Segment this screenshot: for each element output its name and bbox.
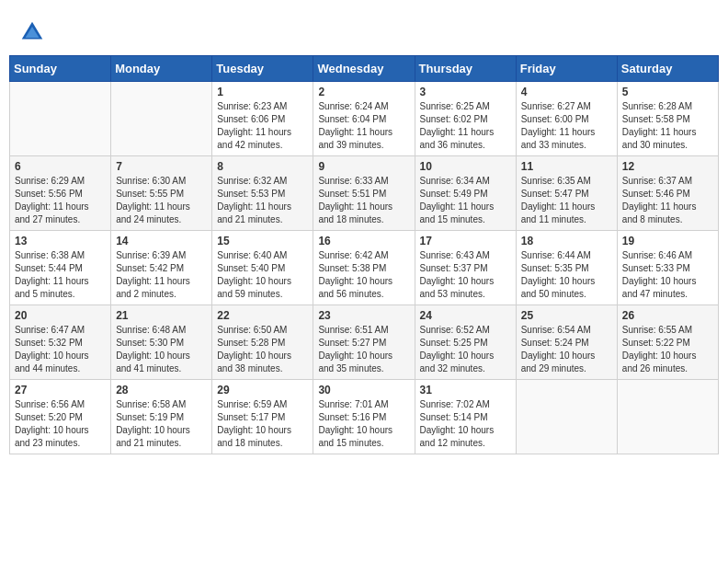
day-number: 15 [217, 235, 308, 247]
day-info: Sunrise: 6:47 AM Sunset: 5:32 PM Dayligh… [15, 324, 106, 375]
day-number: 21 [116, 309, 207, 322]
day-info: Sunrise: 6:58 AM Sunset: 5:19 PM Dayligh… [116, 398, 207, 450]
day-number: 24 [420, 309, 511, 322]
day-info: Sunrise: 7:02 AM Sunset: 5:14 PM Dayligh… [420, 398, 511, 450]
calendar-body: 1Sunrise: 6:23 AM Sunset: 6:06 PM Daylig… [10, 82, 719, 454]
calendar-cell: 26Sunrise: 6:55 AM Sunset: 5:22 PM Dayli… [617, 305, 718, 380]
day-info: Sunrise: 6:38 AM Sunset: 5:44 PM Dayligh… [15, 249, 106, 301]
day-number: 30 [318, 384, 409, 396]
weekday-header-row: SundayMondayTuesdayWednesdayThursdayFrid… [10, 56, 719, 82]
day-info: Sunrise: 6:25 AM Sunset: 6:02 PM Dayligh… [420, 100, 511, 152]
day-number: 18 [521, 235, 612, 247]
calendar-table: SundayMondayTuesdayWednesdayThursdayFrid… [9, 55, 719, 454]
day-info: Sunrise: 6:24 AM Sunset: 6:04 PM Dayligh… [318, 100, 409, 152]
calendar-cell: 12Sunrise: 6:37 AM Sunset: 5:46 PM Dayli… [617, 156, 718, 231]
day-number: 28 [116, 384, 207, 396]
day-info: Sunrise: 6:37 AM Sunset: 5:46 PM Dayligh… [622, 175, 713, 226]
calendar-cell: 2Sunrise: 6:24 AM Sunset: 6:04 PM Daylig… [313, 82, 415, 156]
day-number: 10 [420, 160, 511, 173]
day-info: Sunrise: 6:28 AM Sunset: 5:58 PM Dayligh… [622, 100, 713, 152]
day-number: 9 [318, 160, 409, 173]
day-number: 17 [420, 235, 511, 247]
calendar-week-2: 6Sunrise: 6:29 AM Sunset: 5:56 PM Daylig… [10, 156, 719, 231]
weekday-friday: Friday [516, 56, 617, 82]
day-number: 16 [318, 235, 409, 247]
day-info: Sunrise: 6:59 AM Sunset: 5:17 PM Dayligh… [217, 398, 308, 450]
day-info: Sunrise: 6:42 AM Sunset: 5:38 PM Dayligh… [318, 249, 409, 301]
calendar-cell [617, 380, 718, 454]
calendar-cell: 25Sunrise: 6:54 AM Sunset: 5:24 PM Dayli… [516, 305, 617, 380]
header [9, 9, 719, 51]
weekday-wednesday: Wednesday [313, 56, 415, 82]
day-number: 31 [420, 384, 511, 396]
calendar-cell: 19Sunrise: 6:46 AM Sunset: 5:33 PM Dayli… [617, 231, 718, 305]
day-number: 3 [420, 86, 511, 98]
day-number: 4 [521, 86, 612, 98]
weekday-sunday: Sunday [10, 56, 111, 82]
day-info: Sunrise: 6:29 AM Sunset: 5:56 PM Dayligh… [15, 175, 106, 226]
day-info: Sunrise: 6:32 AM Sunset: 5:53 PM Dayligh… [217, 175, 308, 226]
day-info: Sunrise: 6:35 AM Sunset: 5:47 PM Dayligh… [521, 175, 612, 226]
day-number: 11 [521, 160, 612, 173]
calendar-week-3: 13Sunrise: 6:38 AM Sunset: 5:44 PM Dayli… [10, 231, 719, 305]
calendar-cell: 20Sunrise: 6:47 AM Sunset: 5:32 PM Dayli… [10, 305, 111, 380]
day-info: Sunrise: 7:01 AM Sunset: 5:16 PM Dayligh… [318, 398, 409, 450]
calendar-cell: 14Sunrise: 6:39 AM Sunset: 5:42 PM Dayli… [111, 231, 212, 305]
day-info: Sunrise: 6:46 AM Sunset: 5:33 PM Dayligh… [622, 249, 713, 301]
weekday-saturday: Saturday [617, 56, 718, 82]
day-number: 26 [622, 309, 713, 322]
calendar-cell: 1Sunrise: 6:23 AM Sunset: 6:06 PM Daylig… [212, 82, 313, 156]
calendar-week-1: 1Sunrise: 6:23 AM Sunset: 6:06 PM Daylig… [10, 82, 719, 156]
day-info: Sunrise: 6:52 AM Sunset: 5:25 PM Dayligh… [420, 324, 511, 375]
calendar-cell [111, 82, 212, 156]
calendar-cell: 27Sunrise: 6:56 AM Sunset: 5:20 PM Dayli… [10, 380, 111, 454]
day-info: Sunrise: 6:54 AM Sunset: 5:24 PM Dayligh… [521, 324, 612, 375]
day-info: Sunrise: 6:34 AM Sunset: 5:49 PM Dayligh… [420, 175, 511, 226]
day-number: 7 [116, 160, 207, 173]
day-info: Sunrise: 6:39 AM Sunset: 5:42 PM Dayligh… [116, 249, 207, 301]
day-number: 25 [521, 309, 612, 322]
day-info: Sunrise: 6:56 AM Sunset: 5:20 PM Dayligh… [15, 398, 106, 450]
day-number: 12 [622, 160, 713, 173]
day-info: Sunrise: 6:50 AM Sunset: 5:28 PM Dayligh… [217, 324, 308, 375]
day-number: 19 [622, 235, 713, 247]
day-number: 22 [217, 309, 308, 322]
calendar-cell [516, 380, 617, 454]
calendar-cell: 16Sunrise: 6:42 AM Sunset: 5:38 PM Dayli… [313, 231, 415, 305]
calendar-cell: 29Sunrise: 6:59 AM Sunset: 5:17 PM Dayli… [212, 380, 313, 454]
day-number: 13 [15, 235, 106, 247]
day-number: 5 [622, 86, 713, 98]
calendar-cell: 18Sunrise: 6:44 AM Sunset: 5:35 PM Dayli… [516, 231, 617, 305]
calendar-cell: 10Sunrise: 6:34 AM Sunset: 5:49 PM Dayli… [415, 156, 516, 231]
calendar-cell: 22Sunrise: 6:50 AM Sunset: 5:28 PM Dayli… [212, 305, 313, 380]
day-info: Sunrise: 6:23 AM Sunset: 6:06 PM Dayligh… [217, 100, 308, 152]
weekday-monday: Monday [111, 56, 212, 82]
day-number: 2 [318, 86, 409, 98]
calendar-cell: 5Sunrise: 6:28 AM Sunset: 5:58 PM Daylig… [617, 82, 718, 156]
calendar-cell: 3Sunrise: 6:25 AM Sunset: 6:02 PM Daylig… [415, 82, 516, 156]
day-info: Sunrise: 6:30 AM Sunset: 5:55 PM Dayligh… [116, 175, 207, 226]
calendar-cell: 13Sunrise: 6:38 AM Sunset: 5:44 PM Dayli… [10, 231, 111, 305]
weekday-thursday: Thursday [415, 56, 516, 82]
logo [18, 18, 50, 46]
day-number: 20 [15, 309, 106, 322]
calendar-week-5: 27Sunrise: 6:56 AM Sunset: 5:20 PM Dayli… [10, 380, 719, 454]
day-info: Sunrise: 6:43 AM Sunset: 5:37 PM Dayligh… [420, 249, 511, 301]
calendar-cell: 31Sunrise: 7:02 AM Sunset: 5:14 PM Dayli… [415, 380, 516, 454]
calendar-cell: 24Sunrise: 6:52 AM Sunset: 5:25 PM Dayli… [415, 305, 516, 380]
day-info: Sunrise: 6:55 AM Sunset: 5:22 PM Dayligh… [622, 324, 713, 375]
calendar-cell: 30Sunrise: 7:01 AM Sunset: 5:16 PM Dayli… [313, 380, 415, 454]
calendar-cell: 17Sunrise: 6:43 AM Sunset: 5:37 PM Dayli… [415, 231, 516, 305]
day-info: Sunrise: 6:33 AM Sunset: 5:51 PM Dayligh… [318, 175, 409, 226]
day-info: Sunrise: 6:40 AM Sunset: 5:40 PM Dayligh… [217, 249, 308, 301]
day-number: 6 [15, 160, 106, 173]
calendar-cell: 8Sunrise: 6:32 AM Sunset: 5:53 PM Daylig… [212, 156, 313, 231]
day-number: 29 [217, 384, 308, 396]
logo-icon [18, 18, 46, 46]
calendar-week-4: 20Sunrise: 6:47 AM Sunset: 5:32 PM Dayli… [10, 305, 719, 380]
calendar-cell: 28Sunrise: 6:58 AM Sunset: 5:19 PM Dayli… [111, 380, 212, 454]
day-number: 8 [217, 160, 308, 173]
calendar-cell [10, 82, 111, 156]
day-number: 14 [116, 235, 207, 247]
calendar-cell: 9Sunrise: 6:33 AM Sunset: 5:51 PM Daylig… [313, 156, 415, 231]
